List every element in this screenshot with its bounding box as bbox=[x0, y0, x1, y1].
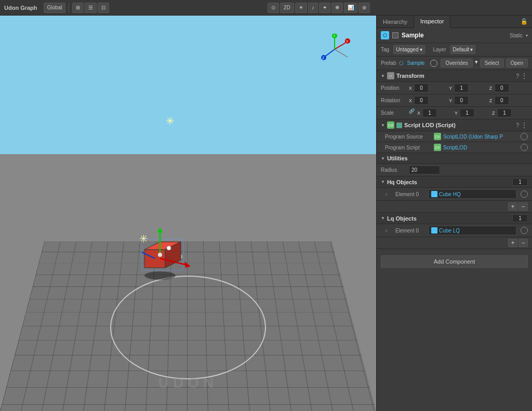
tab-hierarchy[interactable]: Hierarchy bbox=[377, 16, 414, 28]
light-btn[interactable]: ☀ bbox=[295, 3, 307, 13]
scale-x-input[interactable] bbox=[422, 108, 437, 117]
position-z-input[interactable] bbox=[495, 84, 509, 92]
program-script-label: Program Script bbox=[385, 145, 432, 150]
lq-obj-name: Cube LQ bbox=[439, 228, 514, 234]
hq-obj-icon bbox=[431, 191, 437, 197]
radius-input[interactable] bbox=[409, 166, 440, 174]
scale-z-field: Z bbox=[492, 108, 528, 117]
sun-icon-1: ✳ bbox=[166, 115, 175, 127]
layers-btn[interactable]: ☰ bbox=[85, 3, 97, 13]
lq-objects-section-header[interactable]: ▼ Lq Objects bbox=[377, 213, 532, 224]
gizmo-btn[interactable]: ⊛ bbox=[358, 3, 370, 13]
scale-y-field: Y bbox=[455, 108, 490, 117]
lq-obj-icon bbox=[431, 227, 437, 234]
panel-lock-btn[interactable]: 🔓 bbox=[516, 16, 532, 28]
script-lod-section-header[interactable]: ▼ C# Script LOD (Script) ? ⋮ bbox=[377, 119, 532, 131]
hq-element-circle[interactable] bbox=[521, 190, 528, 198]
overrides-btn[interactable]: Overrides bbox=[441, 59, 472, 67]
app: Udon Graph Global ⊞ ☰ ⊡ ⊙ 2D ☀ ♪ ✦ ❋ 📊 ⊛… bbox=[0, 0, 532, 411]
gizmo-z bbox=[324, 49, 335, 57]
lq-element-value: Cube LQ bbox=[429, 226, 516, 235]
scale-link-icon: 🔗 bbox=[409, 108, 415, 117]
gizmo-svg: X Y Z bbox=[319, 34, 350, 65]
layer-dropdown[interactable]: Default ▾ bbox=[450, 45, 476, 54]
rotation-y-input[interactable] bbox=[454, 96, 469, 105]
position-y-input[interactable] bbox=[454, 84, 469, 92]
tab-inspector[interactable]: Inspector bbox=[414, 16, 450, 28]
viewport[interactable]: Camera ▾ Shaded ▾ 2D ✳ ✳ ⊙ UDON bbox=[0, 16, 376, 411]
rotation-label: Rotation bbox=[381, 98, 407, 103]
sy-label: Y bbox=[455, 111, 459, 116]
object-name: Sample bbox=[402, 32, 507, 39]
cube-svg bbox=[131, 221, 194, 283]
lod-circle bbox=[110, 276, 266, 379]
scale-xyz: 🔗 X Y Z bbox=[409, 108, 528, 117]
x-axis-arrowhead bbox=[184, 262, 191, 268]
global-dropdown[interactable]: Global bbox=[44, 3, 66, 13]
light-point bbox=[167, 246, 171, 250]
audio-btn[interactable]: ♪ bbox=[308, 3, 318, 13]
position-z-field: Z bbox=[489, 84, 528, 92]
program-source-text: ScriptLOD (Udon Sharp P bbox=[443, 134, 518, 140]
lq-add-btn[interactable]: + bbox=[508, 239, 517, 247]
object-active-checkbox[interactable] bbox=[392, 32, 398, 38]
rotation-z-field: Z bbox=[489, 96, 528, 105]
scale-row: Scale 🔗 X Y Z bbox=[377, 107, 532, 119]
transform-arrow: ▼ bbox=[381, 74, 385, 78]
grid-btn[interactable]: ⊞ bbox=[72, 3, 84, 13]
lq-remove-btn[interactable]: − bbox=[518, 239, 528, 247]
hq-element-label: Element 0 bbox=[395, 191, 427, 197]
hq-count[interactable] bbox=[512, 178, 528, 186]
prefab-label: Prefab bbox=[381, 60, 396, 66]
script-lod-menu[interactable]: ⋮ bbox=[521, 121, 528, 129]
scale-x-field: X bbox=[417, 108, 453, 117]
lq-element-handle: ≡ bbox=[385, 228, 393, 234]
stat-btn[interactable]: 📊 bbox=[344, 3, 357, 13]
static-dropdown-arrow[interactable]: ▾ bbox=[526, 33, 528, 38]
2d-btn[interactable]: 2D bbox=[280, 3, 294, 13]
script-lod-checkbox[interactable] bbox=[396, 122, 402, 128]
rz-label: Z bbox=[489, 98, 494, 103]
scale-y-input[interactable] bbox=[460, 108, 474, 117]
snap-btn[interactable]: ⊡ bbox=[98, 3, 109, 13]
program-script-icon: C# bbox=[434, 144, 441, 151]
hq-add-btn[interactable]: + bbox=[508, 202, 517, 211]
tag-dropdown[interactable]: Untagged ▾ bbox=[393, 45, 424, 54]
hq-element-0-row: ≡ Element 0 Cube HQ bbox=[377, 188, 532, 201]
transform-help: ? bbox=[516, 73, 519, 79]
rotation-y-field: Y bbox=[449, 96, 487, 105]
transform-menu[interactable]: ⋮ bbox=[521, 72, 528, 79]
hq-remove-btn[interactable]: − bbox=[518, 202, 528, 211]
hq-objects-section-header[interactable]: ▼ Hq Objects bbox=[377, 176, 532, 188]
right-panel: Hierarchy Inspector 🔓 ⬡ Sample Static ▾ bbox=[376, 16, 532, 411]
utilities-section-header[interactable]: ▼ Utilities bbox=[377, 153, 532, 164]
select-btn[interactable]: Select bbox=[480, 59, 504, 67]
lq-count[interactable] bbox=[512, 214, 528, 222]
layer-label: Layer bbox=[433, 47, 446, 52]
position-x-input[interactable] bbox=[414, 84, 429, 92]
add-component-btn[interactable]: Add Component bbox=[381, 255, 528, 268]
position-row: Position X Y Z bbox=[377, 82, 532, 94]
program-source-circle[interactable] bbox=[521, 133, 528, 140]
aspect-btn[interactable]: ⊙ bbox=[268, 3, 279, 13]
px-label: X bbox=[409, 86, 413, 91]
open-btn[interactable]: Open bbox=[506, 59, 528, 67]
gizmo-z-label: Z bbox=[322, 56, 325, 60]
toolbar-center: ⊙ 2D ☀ ♪ ✦ ❋ 📊 ⊛ bbox=[268, 3, 370, 13]
overrides-arrow[interactable]: ▾ bbox=[475, 59, 478, 67]
prefab-name: Sample bbox=[407, 60, 427, 66]
inspector-tab-label: Inspector bbox=[420, 18, 444, 24]
scale-z-input[interactable] bbox=[497, 108, 512, 117]
rotation-x-input[interactable] bbox=[414, 96, 429, 105]
lq-element-0-row: ≡ Element 0 Cube LQ bbox=[377, 224, 532, 237]
particle-btn[interactable]: ❋ bbox=[331, 3, 343, 13]
program-script-circle[interactable] bbox=[521, 144, 528, 151]
effect-btn[interactable]: ✦ bbox=[319, 3, 330, 13]
transform-section-header[interactable]: ▼ ↔ Transform ? ⋮ bbox=[377, 70, 532, 82]
lq-arrow: ▼ bbox=[381, 216, 385, 221]
scene-object bbox=[131, 221, 194, 284]
lq-element-circle[interactable] bbox=[521, 227, 528, 234]
prefab-circle-btn[interactable] bbox=[430, 60, 437, 67]
rotation-z-input[interactable] bbox=[495, 96, 509, 105]
app-title: Udon Graph bbox=[4, 5, 37, 11]
